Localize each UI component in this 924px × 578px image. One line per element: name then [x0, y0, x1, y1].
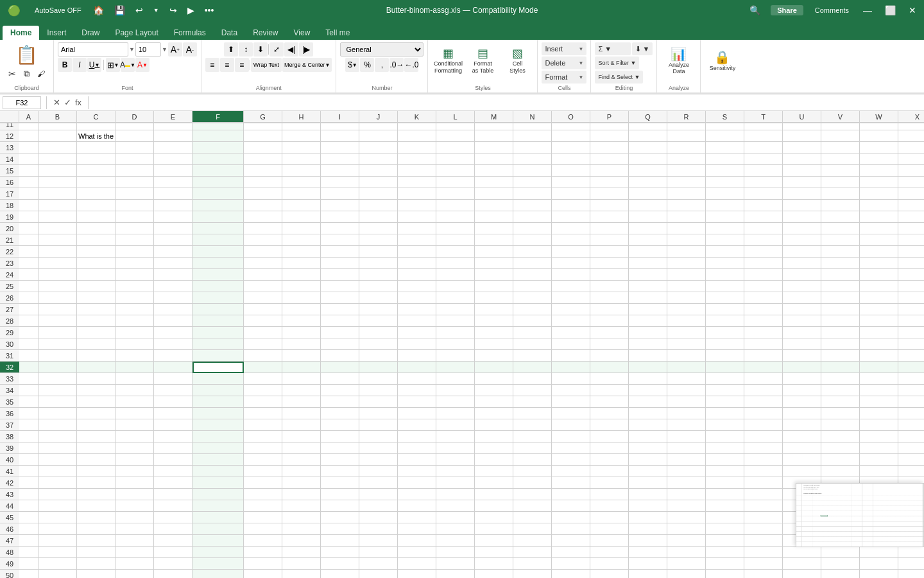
cell-Q42[interactable] — [629, 477, 667, 489]
cell-N20[interactable] — [513, 223, 552, 234]
cell-L40[interactable] — [436, 454, 475, 466]
cell-O22[interactable] — [552, 246, 590, 258]
cell-B12[interactable] — [38, 130, 77, 142]
cell-N11[interactable] — [513, 123, 552, 130]
cell-H20[interactable] — [282, 223, 321, 234]
cell-J24[interactable] — [359, 269, 398, 281]
cell-O47[interactable] — [552, 535, 590, 547]
col-header-S[interactable]: S — [706, 111, 744, 123]
col-header-K[interactable]: K — [398, 111, 436, 123]
cell-K25[interactable] — [398, 281, 436, 292]
cell-B14[interactable] — [38, 153, 77, 165]
cell-X16[interactable] — [898, 177, 924, 188]
cell-X41[interactable] — [898, 466, 924, 477]
cell-G29[interactable] — [244, 327, 282, 338]
cell-J11[interactable] — [359, 123, 398, 130]
cell-Q25[interactable] — [629, 281, 667, 292]
cell-A15[interactable] — [19, 165, 38, 177]
cell-M22[interactable] — [475, 246, 513, 258]
cell-O16[interactable] — [552, 177, 590, 188]
cell-O15[interactable] — [552, 165, 590, 177]
cell-G15[interactable] — [244, 165, 282, 177]
cell-I34[interactable] — [321, 385, 359, 396]
cell-E39[interactable] — [154, 442, 193, 454]
align-top-button[interactable]: ⬆ — [224, 42, 238, 57]
cell-Q19[interactable] — [629, 211, 667, 223]
cell-E37[interactable] — [154, 419, 193, 431]
row-header-41[interactable]: 41 — [0, 466, 19, 477]
cell-F46[interactable] — [193, 523, 244, 535]
col-header-L[interactable]: L — [436, 111, 475, 123]
cell-P49[interactable] — [590, 558, 629, 570]
cell-M44[interactable] — [475, 500, 513, 512]
cell-A40[interactable] — [19, 454, 38, 466]
cell-C40[interactable] — [77, 454, 116, 466]
cell-O23[interactable] — [552, 258, 590, 269]
cell-B35[interactable] — [38, 396, 77, 408]
cell-A23[interactable] — [19, 258, 38, 269]
cell-V37[interactable] — [821, 419, 860, 431]
cell-V18[interactable] — [821, 200, 860, 211]
cell-P15[interactable] — [590, 165, 629, 177]
cell-H12[interactable] — [282, 130, 321, 142]
cell-P31[interactable] — [590, 350, 629, 362]
cell-I43[interactable] — [321, 489, 359, 500]
row-header-50[interactable]: 50 — [0, 570, 19, 578]
cell-D18[interactable] — [116, 200, 154, 211]
cell-H35[interactable] — [282, 396, 321, 408]
cell-D20[interactable] — [116, 223, 154, 234]
cell-C33[interactable] — [77, 373, 116, 385]
cell-P16[interactable] — [590, 177, 629, 188]
cell-J45[interactable] — [359, 512, 398, 523]
cell-R22[interactable] — [667, 246, 706, 258]
cell-S44[interactable] — [706, 500, 744, 512]
cell-H30[interactable] — [282, 338, 321, 350]
cell-O13[interactable] — [552, 142, 590, 153]
cell-R32[interactable] — [667, 362, 706, 373]
cell-L37[interactable] — [436, 419, 475, 431]
cell-A36[interactable] — [19, 408, 38, 419]
cell-R18[interactable] — [667, 200, 706, 211]
cell-L39[interactable] — [436, 442, 475, 454]
cell-E16[interactable] — [154, 177, 193, 188]
cell-L38[interactable] — [436, 431, 475, 442]
cell-Q45[interactable] — [629, 512, 667, 523]
cell-I48[interactable] — [321, 547, 359, 558]
cell-X12[interactable] — [898, 130, 924, 142]
row-header-14[interactable]: 14 — [0, 153, 19, 165]
row-header-45[interactable]: 45 — [0, 512, 19, 523]
cell-A19[interactable] — [19, 211, 38, 223]
cell-J31[interactable] — [359, 350, 398, 362]
cell-P47[interactable] — [590, 535, 629, 547]
cell-H18[interactable] — [282, 200, 321, 211]
cell-B24[interactable] — [38, 269, 77, 281]
cell-J36[interactable] — [359, 408, 398, 419]
cell-V31[interactable] — [821, 350, 860, 362]
cell-O48[interactable] — [552, 547, 590, 558]
col-header-E[interactable]: E — [154, 111, 193, 123]
cell-P18[interactable] — [590, 200, 629, 211]
cell-C45[interactable] — [77, 512, 116, 523]
cell-L13[interactable] — [436, 142, 475, 153]
row-header-44[interactable]: 44 — [0, 500, 19, 512]
cell-H47[interactable] — [282, 535, 321, 547]
cell-N28[interactable] — [513, 315, 552, 327]
cell-B11[interactable] — [38, 123, 77, 130]
cell-K13[interactable] — [398, 142, 436, 153]
cell-T28[interactable] — [744, 315, 783, 327]
cell-L20[interactable] — [436, 223, 475, 234]
cell-I19[interactable] — [321, 211, 359, 223]
cell-A13[interactable] — [19, 142, 38, 153]
cell-I12[interactable] — [321, 130, 359, 142]
cell-D42[interactable] — [116, 477, 154, 489]
cell-Q31[interactable] — [629, 350, 667, 362]
cell-T29[interactable] — [744, 327, 783, 338]
cell-E23[interactable] — [154, 258, 193, 269]
cell-O27[interactable] — [552, 304, 590, 315]
cell-P25[interactable] — [590, 281, 629, 292]
cell-W38[interactable] — [860, 431, 898, 442]
cell-S49[interactable] — [706, 558, 744, 570]
cell-D50[interactable] — [116, 570, 154, 578]
cell-M38[interactable] — [475, 431, 513, 442]
cell-O24[interactable] — [552, 269, 590, 281]
